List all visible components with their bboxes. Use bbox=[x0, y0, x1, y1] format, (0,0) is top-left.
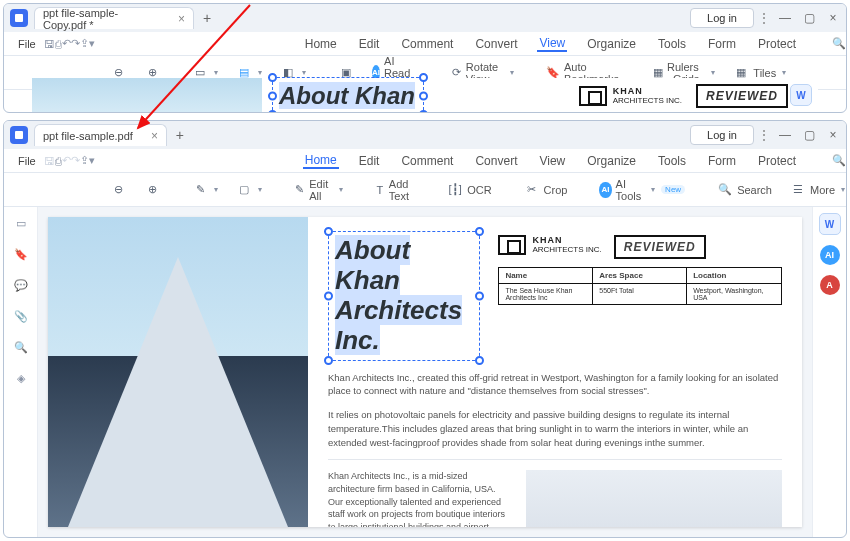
save-icon[interactable]: 🖫 bbox=[44, 34, 55, 54]
company-logo: KHANARCHITECTS INC. bbox=[579, 86, 682, 106]
file-menu[interactable]: File bbox=[10, 155, 44, 167]
add-text-button[interactable]: TAdd Text bbox=[369, 175, 421, 205]
selected-text[interactable]: About KhanArchitects Inc. bbox=[335, 236, 471, 356]
selected-textbox[interactable]: About Khan bbox=[272, 77, 424, 113]
comments-icon[interactable]: 💬 bbox=[14, 279, 28, 292]
print-icon[interactable]: ⎙ bbox=[55, 151, 62, 171]
new-tab-button[interactable]: + bbox=[169, 124, 191, 146]
search-tools[interactable]: 🔍Search Tools bbox=[832, 32, 847, 56]
search-icon: 🔍 bbox=[832, 37, 846, 50]
share-icon[interactable]: ⇪ bbox=[80, 151, 89, 171]
login-button[interactable]: Log in bbox=[690, 8, 754, 28]
layers-icon[interactable]: ◈ bbox=[17, 372, 25, 385]
selected-text[interactable]: About Khan bbox=[279, 82, 415, 110]
tab-home[interactable]: Home bbox=[303, 37, 339, 51]
tab-form[interactable]: Form bbox=[706, 37, 738, 51]
document-image bbox=[32, 78, 262, 113]
tab-view[interactable]: View bbox=[537, 36, 567, 52]
document-tab[interactable]: ppt file-sample-Copy.pdf * × bbox=[34, 7, 194, 29]
close-tab-icon[interactable]: × bbox=[151, 129, 158, 143]
thumbnails-icon[interactable]: ▭ bbox=[16, 217, 26, 230]
print-icon[interactable]: ⎙ bbox=[55, 34, 62, 54]
shape-button[interactable]: ▢▾ bbox=[230, 179, 268, 201]
search-icon: 🔍 bbox=[832, 154, 846, 167]
close-tab-icon[interactable]: × bbox=[178, 12, 185, 26]
more-icon[interactable]: ⋮ bbox=[754, 10, 774, 26]
tab-protect[interactable]: Protect bbox=[756, 154, 798, 168]
redo-icon[interactable]: ↷ bbox=[71, 34, 80, 54]
tab-organize[interactable]: Organize bbox=[585, 37, 638, 51]
svg-rect-2 bbox=[15, 131, 23, 139]
tab-comment[interactable]: Comment bbox=[399, 37, 455, 51]
tab-convert[interactable]: Convert bbox=[473, 37, 519, 51]
selected-textbox[interactable]: About KhanArchitects Inc. bbox=[328, 231, 480, 361]
svg-rect-1 bbox=[15, 14, 23, 22]
login-button[interactable]: Log in bbox=[690, 125, 754, 145]
tab-view[interactable]: View bbox=[537, 154, 567, 168]
new-tab-button[interactable]: + bbox=[196, 7, 218, 29]
page-viewport[interactable]: About KhanArchitects Inc. KHANARCHITECTS… bbox=[38, 207, 812, 537]
tab-protect[interactable]: Protect bbox=[756, 37, 798, 51]
undo-icon[interactable]: ↶ bbox=[62, 151, 71, 171]
more-icon[interactable]: ⋮ bbox=[754, 127, 774, 143]
tab-label: ppt file-sample-Copy.pdf * bbox=[43, 7, 160, 31]
tab-form[interactable]: Form bbox=[706, 154, 738, 168]
facts-table: Name Ares Space Location The Sea House K… bbox=[498, 267, 782, 305]
tab-tools[interactable]: Tools bbox=[656, 37, 688, 51]
home-toolbar: ⊖ ⊕ ✎▾ ▢▾ ✎Edit All▾ TAdd Text [┇]OCR ✂C… bbox=[4, 173, 846, 207]
divider bbox=[328, 459, 782, 460]
titlebar: ppt file-sample.pdf × + Log in ⋮ — ▢ × bbox=[4, 121, 846, 149]
search-panel-icon[interactable]: 🔍 bbox=[14, 341, 28, 354]
ocr-button[interactable]: [┇]OCR bbox=[441, 179, 497, 201]
tab-comment[interactable]: Comment bbox=[399, 154, 455, 168]
quick-access-row: File 🖫 ⎙ ↶ ↷ ⇪ ▾ Home Edit Comment Conve… bbox=[4, 149, 846, 173]
close-icon[interactable]: × bbox=[826, 11, 840, 25]
right-panel-rail: W AI A bbox=[812, 207, 846, 537]
redo-icon[interactable]: ↷ bbox=[71, 151, 80, 171]
search-tools[interactable]: 🔍Search Tools bbox=[832, 149, 847, 173]
share-icon[interactable]: ⇪ bbox=[80, 34, 89, 54]
tab-edit[interactable]: Edit bbox=[357, 37, 382, 51]
file-menu[interactable]: File bbox=[10, 38, 44, 50]
save-icon[interactable]: 🖫 bbox=[44, 151, 55, 171]
word-badge-icon[interactable]: W bbox=[790, 84, 812, 106]
work-area: ▭ 🔖 💬 📎 🔍 ◈ About KhanArchitects Inc. bbox=[4, 207, 846, 537]
maximize-icon[interactable]: ▢ bbox=[802, 11, 816, 25]
titlebar: ppt file-sample-Copy.pdf * × + Log in ⋮ … bbox=[4, 4, 846, 32]
ai-assistant-alt-icon[interactable]: A bbox=[820, 275, 840, 295]
tab-organize[interactable]: Organize bbox=[585, 154, 638, 168]
app-icon bbox=[10, 126, 28, 144]
close-icon[interactable]: × bbox=[826, 128, 840, 142]
minimize-icon[interactable]: — bbox=[778, 11, 792, 25]
more-button[interactable]: ☰More▾ bbox=[784, 179, 847, 201]
tab-label: ppt file-sample.pdf bbox=[43, 130, 133, 142]
undo-icon[interactable]: ↶ bbox=[62, 34, 71, 54]
tab-edit[interactable]: Edit bbox=[357, 154, 382, 168]
minimize-icon[interactable]: — bbox=[778, 128, 792, 142]
ai-tools-button[interactable]: AIAI Tools▾New bbox=[593, 175, 691, 205]
company-logo: KHANARCHITECTS INC. bbox=[498, 235, 601, 255]
attachments-icon[interactable]: 📎 bbox=[14, 310, 28, 323]
reviewed-stamp: REVIEWED bbox=[614, 235, 706, 259]
maximize-icon[interactable]: ▢ bbox=[802, 128, 816, 142]
paragraph-3: Khan Architects Inc., is a mid-sized arc… bbox=[328, 470, 508, 527]
hero-image bbox=[48, 217, 308, 527]
edit-all-button[interactable]: ✎Edit All▾ bbox=[288, 175, 349, 205]
search-button[interactable]: 🔍Search bbox=[711, 179, 778, 201]
paragraph-2: It relies on photovoltaic panels for ele… bbox=[328, 408, 782, 449]
crop-button[interactable]: ✂Crop bbox=[518, 179, 574, 201]
tab-convert[interactable]: Convert bbox=[473, 154, 519, 168]
highlighter-button[interactable]: ✎▾ bbox=[186, 179, 224, 201]
zoom-in-button[interactable]: ⊕ bbox=[138, 179, 166, 201]
ribbon-tabs: Home Edit Comment Convert View Organize … bbox=[95, 149, 847, 173]
bottom-pdf-window: ppt file-sample.pdf × + Log in ⋮ — ▢ × F… bbox=[3, 120, 847, 538]
tab-tools[interactable]: Tools bbox=[656, 154, 688, 168]
zoom-out-button[interactable]: ⊖ bbox=[104, 179, 132, 201]
bookmarks-icon[interactable]: 🔖 bbox=[14, 248, 28, 261]
word-badge-icon[interactable]: W bbox=[819, 213, 841, 235]
ribbon-tabs: Home Edit Comment Convert View Organize … bbox=[95, 32, 847, 56]
ai-assistant-icon[interactable]: AI bbox=[820, 245, 840, 265]
document-tab[interactable]: ppt file-sample.pdf × bbox=[34, 124, 167, 146]
left-panel-rail: ▭ 🔖 💬 📎 🔍 ◈ bbox=[4, 207, 38, 537]
tab-home[interactable]: Home bbox=[303, 153, 339, 169]
